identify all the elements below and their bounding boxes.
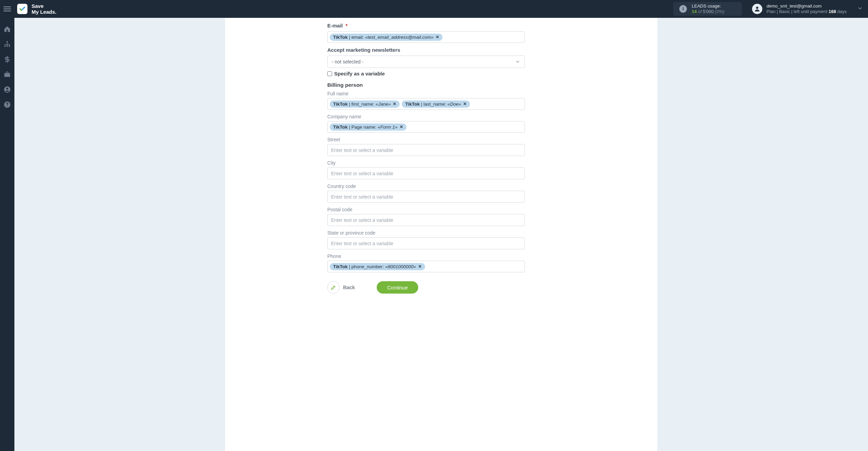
field-street: Street [327,137,525,156]
remove-icon[interactable]: ✕ [436,35,439,39]
city-input[interactable] [327,167,525,179]
content-scroll[interactable]: E-mail * TikTok | email: «test_email_add… [14,18,868,451]
continue-button[interactable]: Continue [377,281,418,294]
tag-value: «test_email_address@mail.com» [365,35,434,40]
tag-source: TikTok [405,102,420,107]
fullname-tag-last[interactable]: TikTok | last_name: «Doe» ✕ [402,100,470,108]
state-input[interactable] [327,237,525,249]
field-postal: Postal code [327,207,525,226]
remove-icon[interactable]: ✕ [463,102,467,106]
plan-prefix: Plan | [766,9,778,14]
brand-line1: Save [32,3,57,9]
email-input[interactable]: TikTok | email: «test_email_address@mail… [327,31,525,43]
svg-point-7 [6,88,8,90]
field-country: Country code [327,183,525,203]
state-label: State or province code [327,230,525,236]
phone-input[interactable]: TikTok | phone_number: «8001000000» ✕ [327,261,525,272]
tag-value: «Form 1» [378,124,398,130]
usage-max: 5'000 [703,9,714,14]
company-label: Company name [327,114,525,119]
company-tag[interactable]: TikTok | Page name: «Form 1» ✕ [330,123,407,131]
form-panel: E-mail * TikTok | email: «test_email_add… [225,18,657,451]
svg-point-0 [756,7,759,9]
tag-field: phone_number: [351,264,384,269]
pencil-icon [327,281,340,294]
remove-icon[interactable]: ✕ [418,264,422,269]
nav-billing-icon[interactable] [3,56,11,63]
specify-variable-label: Specify as a variable [334,71,385,76]
field-newsletter: Accept marketing newsletters - not selec… [327,47,525,76]
tag-value: «Doe» [447,102,461,107]
nav-help-icon[interactable] [3,101,11,108]
back-label: Back [343,284,355,290]
specify-variable-toggle[interactable]: Specify as a variable [327,71,525,76]
form-footer: Back Continue [327,281,525,294]
company-input[interactable]: TikTok | Page name: «Form 1» ✕ [327,121,525,133]
field-company: Company name TikTok | Page name: «Form 1… [327,114,525,133]
svg-rect-4 [9,46,10,47]
field-phone: Phone TikTok | phone_number: «8001000000… [327,253,525,272]
svg-rect-5 [4,73,10,77]
country-input[interactable] [327,191,525,203]
tag-value: «8001000000» [385,264,416,269]
tag-source: TikTok [333,264,348,269]
plan-days-suffix: days [837,9,847,14]
country-label: Country code [327,183,525,189]
usage-widget[interactable]: i LEADS usage: 14 of 5'000 (0%) [673,2,742,16]
usage-pct: (0%) [715,9,724,14]
plan-days: 168 [829,9,836,14]
tag-source: TikTok [333,102,348,107]
postal-input[interactable] [327,214,525,226]
tag-field: Page name: [351,124,376,130]
remove-icon[interactable]: ✕ [400,124,403,129]
user-email: demo_sml_test@gmail.com [766,3,847,9]
info-icon: i [679,5,687,13]
required-star: * [345,23,348,28]
chevron-down-icon[interactable] [857,5,863,13]
tag-source: TikTok [333,124,348,130]
svg-rect-3 [7,46,8,47]
phone-tag[interactable]: TikTok | phone_number: «8001000000» ✕ [330,263,425,270]
back-button[interactable]: Back [327,281,355,294]
usage-text-block: LEADS usage: 14 of 5'000 (0%) [692,3,724,15]
fullname-tag-first[interactable]: TikTok | first_name: «Jane» ✕ [330,100,400,108]
billing-section-title: Billing person [327,82,525,88]
usage-of: of [698,9,702,14]
postal-label: Postal code [327,207,525,212]
field-city: City [327,160,525,179]
email-tag[interactable]: TikTok | email: «test_email_address@mail… [330,34,443,41]
field-fullname: Full name TikTok | first_name: «Jane» ✕ … [327,91,525,110]
nav-account-icon[interactable] [3,86,11,93]
fullname-input[interactable]: TikTok | first_name: «Jane» ✕ TikTok | l… [327,98,525,110]
checkbox-icon[interactable] [327,71,332,76]
usage-count: 14 [692,9,696,14]
newsletter-selected: - not selected - [332,59,364,64]
svg-rect-2 [4,46,6,47]
field-state: State or province code [327,230,525,249]
tag-field: email: [351,35,364,40]
nav-briefcase-icon[interactable] [3,71,11,78]
avatar-icon [752,4,762,14]
menu-toggle-icon[interactable] [3,7,11,11]
usage-title: LEADS usage: [692,3,724,9]
app-logo[interactable] [17,4,27,14]
tag-source: TikTok [333,35,348,40]
street-input[interactable] [327,144,525,156]
nav-home-icon[interactable] [3,25,11,33]
user-menu[interactable]: demo_sml_test@gmail.com Plan | Basic | l… [752,3,847,15]
field-email: E-mail * TikTok | email: «test_email_add… [327,23,525,43]
phone-label: Phone [327,253,525,259]
newsletter-select[interactable]: - not selected - [327,56,525,68]
street-label: Street [327,137,525,142]
app-header: Save My Leads i LEADS usage: 14 of 5'000… [0,0,868,18]
user-text-block: demo_sml_test@gmail.com Plan | Basic | l… [766,3,847,15]
plan-mid: | left until payment [791,9,827,14]
remove-icon[interactable]: ✕ [393,102,396,106]
svg-rect-1 [7,41,8,43]
sidebar [0,18,14,451]
nav-connections-icon[interactable] [3,40,11,48]
city-label: City [327,160,525,166]
fullname-label: Full name [327,91,525,96]
tag-value: «Jane» [376,102,391,107]
plan-name: Basic [779,9,790,14]
